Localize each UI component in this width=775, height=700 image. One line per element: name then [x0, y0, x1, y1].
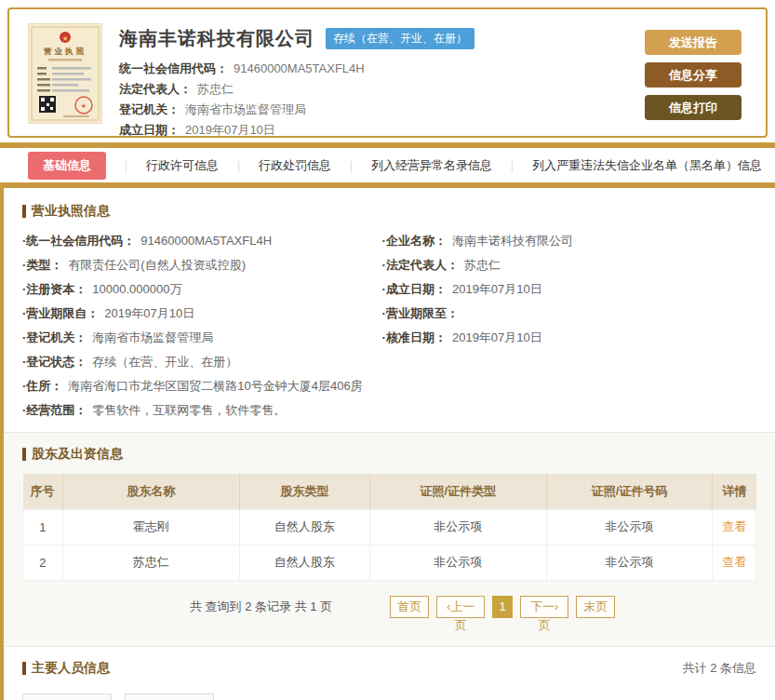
detail-label: ·营业期限自： — [22, 306, 99, 320]
tab-basic-info[interactable]: 基础信息 — [28, 152, 106, 180]
section-title: 营业执照信息 — [32, 203, 110, 220]
pagination-summary: 共 查询到 2 条记录 共 1 页 — [190, 596, 332, 618]
next-page-button[interactable]: 下一› 页 — [520, 596, 568, 618]
detail-value: 海南省海口市龙华区国贸二横路10号金钟大厦4层406房 — [68, 379, 362, 393]
personnel-count: 共计 2 条信息 — [683, 660, 756, 677]
table-header-row: 序号 股东名称 股东类型 证照/证件类型 证照/证件号码 详情 — [23, 474, 756, 509]
shareholders-section: 股东及出资信息 序号 股东名称 股东类型 证照/证件类型 证照/证件号码 详情 … — [4, 432, 775, 646]
tab-admin-license[interactable]: 行政许可信息 — [146, 157, 219, 174]
field-value: 2019年07月10日 — [185, 123, 275, 137]
fields-right-column: ·企业名称：海南丰诺科技有限公司 ·法定代表人：苏忠仁 ·成立日期：2019年0… — [382, 229, 756, 423]
detail-label: ·营业期限至： — [382, 306, 459, 320]
detail-value: 2019年07月10日 — [452, 282, 542, 296]
credit-code-row: 统一社会信用代码：91460000MA5TAXFL4H — [119, 59, 640, 79]
col-shareholder-name: 股东名称 — [62, 474, 239, 509]
section-bullet-icon — [22, 205, 26, 218]
section-header: 主要人员信息 — [22, 660, 110, 677]
detail-row-address: ·住所：海南省海口市龙华区国贸二横路10号金钟大厦4层406房 — [22, 374, 382, 398]
detail-label: ·经营范围： — [22, 403, 87, 417]
detail-value: 存续（在营、开业、在册） — [92, 355, 237, 369]
prev-page-button[interactable]: ‹上一 页 — [436, 596, 485, 618]
legal-rep-row: 法定代表人：苏忠仁 — [119, 79, 640, 100]
current-page-button[interactable]: 1 — [492, 596, 513, 618]
svg-text:★: ★ — [81, 102, 87, 109]
col-seq: 序号 — [23, 474, 63, 509]
detail-label: ·类型： — [22, 258, 62, 272]
license-title-text: 营业执照 — [43, 47, 87, 56]
detail-row-reg-capital: ·注册资本：10000.000000万 — [22, 277, 382, 302]
personnel-card[interactable]: 霍志刚 监事 — [125, 693, 214, 700]
send-report-button[interactable]: 发送报告 — [645, 30, 742, 55]
field-label: 法定代表人： — [119, 82, 192, 96]
field-label: 登记机关： — [119, 102, 180, 116]
main-content: 营业执照信息 ·统一社会信用代码：91460000MA5TAXFL4H ·类型：… — [0, 188, 775, 700]
personnel-cards: 苏忠仁 执行董事兼总... 霍志刚 监事 — [22, 693, 756, 700]
detail-value: 海南丰诺科技有限公司 — [452, 234, 573, 248]
tab-abnormal-list[interactable]: 列入经营异常名录信息 — [371, 157, 492, 174]
cell-seq: 1 — [23, 509, 63, 545]
status-badge: 存续（在营、开业、在册） — [326, 28, 474, 49]
license-fields-grid: ·统一社会信用代码：91460000MA5TAXFL4H ·类型：有限责任公司(… — [22, 229, 756, 423]
detail-row-legal-rep: ·法定代表人：苏忠仁 — [382, 253, 756, 277]
business-license-image: ★ 营业执照 ★ — [28, 23, 102, 124]
cell-shareholder-name: 苏忠仁 — [62, 545, 239, 580]
detail-label: ·住所： — [22, 379, 62, 393]
view-detail-link[interactable]: 查看 — [722, 519, 746, 533]
detail-row-type: ·类型：有限责任公司(自然人投资或控股) — [22, 253, 382, 277]
detail-value: 91460000MA5TAXFL4H — [140, 234, 272, 248]
detail-row-reg-status: ·登记状态：存续（在营、开业、在册） — [22, 350, 382, 374]
pagination: 共 查询到 2 条记录 共 1 页 首页 ‹上一 页 1 下一› 页 末页 — [22, 596, 756, 637]
fields-left-column: ·统一社会信用代码：91460000MA5TAXFL4H ·类型：有限责任公司(… — [22, 229, 382, 423]
detail-label: ·统一社会信用代码： — [22, 234, 135, 248]
tab-admin-penalty[interactable]: 行政处罚信息 — [259, 157, 331, 174]
detail-row-registry: ·登记机关：海南省市场监督管理局 — [22, 326, 382, 350]
col-detail: 详情 — [713, 474, 756, 509]
detail-row-company-name: ·企业名称：海南丰诺科技有限公司 — [382, 229, 756, 253]
tab-bar: 基础信息 | 行政许可信息 | 行政处罚信息 | 列入经营异常名录信息 | 列入… — [0, 148, 775, 182]
personnel-card[interactable]: 苏忠仁 执行董事兼总... — [22, 693, 112, 700]
view-detail-link[interactable]: 查看 — [722, 555, 746, 569]
share-info-button[interactable]: 信息分享 — [645, 62, 742, 88]
cell-shareholder-type: 自然人股东 — [239, 545, 369, 580]
detail-label: ·登记状态： — [22, 355, 87, 369]
section-bullet-icon — [22, 448, 26, 461]
table-row: 2 苏忠仁 自然人股东 非公示项 非公示项 查看 — [23, 545, 756, 580]
business-license-thumbnail: ★ 营业执照 ★ — [28, 23, 102, 124]
pagination-buttons: 首页 ‹上一 页 1 下一› 页 末页 — [390, 596, 615, 618]
field-label: 成立日期： — [119, 123, 180, 137]
first-page-button[interactable]: 首页 — [390, 596, 429, 618]
personnel-section: 主要人员信息 共计 2 条信息 苏忠仁 执行董事兼总... 霍志刚 监事 — [4, 646, 775, 700]
establish-date-row: 成立日期：2019年07月10日 — [119, 120, 640, 141]
table-row: 1 霍志刚 自然人股东 非公示项 非公示项 查看 — [23, 509, 756, 545]
personnel-header: 主要人员信息 共计 2 条信息 — [22, 660, 756, 677]
section-header: 股东及出资信息 — [22, 446, 756, 463]
cell-seq: 2 — [23, 545, 63, 580]
detail-label: ·成立日期： — [382, 282, 447, 296]
cell-shareholder-name: 霍志刚 — [62, 509, 239, 545]
detail-label: ·核准日期： — [382, 330, 447, 344]
col-shareholder-type: 股东类型 — [239, 474, 369, 509]
header-fields: 统一社会信用代码：91460000MA5TAXFL4H 法定代表人：苏忠仁 登记… — [119, 59, 640, 141]
field-label: 统一社会信用代码： — [119, 61, 228, 75]
cell-detail: 查看 — [713, 545, 756, 580]
detail-row-term-to: ·营业期限至： — [382, 302, 756, 326]
shareholders-table: 序号 股东名称 股东类型 证照/证件类型 证照/证件号码 详情 1 霍志刚 自然… — [22, 474, 756, 581]
detail-value: 零售软件，互联网零售，软件零售。 — [92, 403, 286, 417]
detail-value: 10000.000000万 — [92, 282, 181, 296]
cell-cert-type: 非公示项 — [369, 545, 546, 580]
print-info-button[interactable]: 信息打印 — [645, 95, 742, 120]
qr-code-icon — [39, 96, 56, 113]
detail-row-credit-code: ·统一社会信用代码：91460000MA5TAXFL4H — [22, 229, 382, 253]
section-title: 主要人员信息 — [32, 660, 110, 677]
field-value: 91460000MA5TAXFL4H — [234, 61, 365, 75]
detail-label: ·登记机关： — [22, 330, 87, 344]
section-title: 股东及出资信息 — [32, 446, 123, 463]
detail-value: 有限责任公司(自然人投资或控股) — [68, 258, 246, 272]
company-name: 海南丰诺科技有限公司 — [119, 26, 314, 51]
last-page-button[interactable]: 末页 — [576, 596, 615, 618]
company-header-card: ★ 营业执照 ★ 海南丰诺科技有限公司 — [7, 7, 768, 138]
tab-divider: | — [350, 158, 353, 172]
field-value: 海南省市场监督管理局 — [185, 102, 306, 116]
tab-blacklist[interactable]: 列入严重违法失信企业名单（黑名单）信息 — [532, 157, 762, 174]
svg-text:★: ★ — [61, 34, 68, 43]
